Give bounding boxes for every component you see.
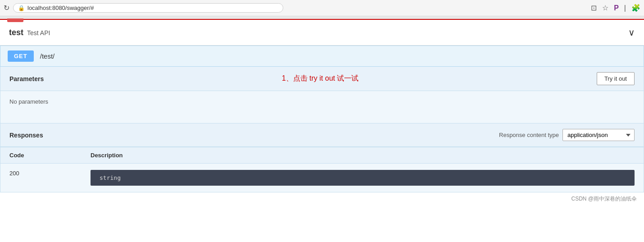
- api-section-header: test Test API ∨: [0, 20, 644, 46]
- reload-icon[interactable]: ↻: [4, 4, 9, 12]
- response-code: 200: [0, 164, 82, 192]
- chevron-down-icon[interactable]: ∨: [628, 27, 635, 38]
- try-it-out-button[interactable]: Try it out: [597, 72, 635, 85]
- browser-chrome: ↻ 🔒 localhost:8080/swagger/# ⊡ ☆ P | 🧩: [0, 0, 644, 16]
- annotation-text: 1、点击 try it out 试一试: [282, 74, 359, 83]
- responses-header-right: Response content type application/json t…: [499, 129, 635, 141]
- responses-title: Responses: [9, 132, 43, 139]
- parameters-title: Parameters: [9, 75, 44, 82]
- url-text: localhost:8080/swagger/#: [27, 5, 94, 11]
- parameters-header: Parameters 1、点击 try it out 试一试 Try it ou…: [0, 67, 644, 91]
- extension-icon-purple[interactable]: P: [614, 4, 619, 12]
- http-method-badge: GET: [8, 50, 34, 62]
- code-table: Code Description 200 string: [0, 147, 644, 192]
- no-parameters-text: No parameters: [0, 91, 644, 123]
- responses-header: Responses Response content type applicat…: [0, 123, 644, 147]
- responses-section: Responses Response content type applicat…: [0, 123, 644, 192]
- lock-icon: 🔒: [18, 5, 25, 11]
- api-name: test: [9, 28, 23, 37]
- endpoint-bar: GET /test/: [0, 46, 644, 67]
- col-header-code: Code: [0, 147, 82, 164]
- translate-icon[interactable]: ⊡: [591, 4, 597, 12]
- extension-icon-bar[interactable]: |: [624, 4, 626, 12]
- response-description: string: [82, 164, 644, 192]
- content-type-select[interactable]: application/json text/plain text/xml: [562, 129, 635, 141]
- extension-icon-puzzle[interactable]: 🧩: [631, 4, 640, 12]
- bookmark-icon[interactable]: ☆: [602, 4, 608, 12]
- table-row: 200 string: [0, 164, 644, 192]
- page-footer: CSDN @雨中深巷的油纸伞: [0, 192, 644, 205]
- endpoint-path: /test/: [40, 52, 55, 60]
- string-badge: string: [91, 170, 635, 186]
- api-section-title: test Test API: [9, 28, 50, 37]
- parameters-section: Parameters 1、点击 try it out 试一试 Try it ou…: [0, 67, 644, 123]
- table-header-row: Code Description: [0, 147, 644, 164]
- footer-text: CSDN @雨中深巷的油纸伞: [571, 196, 637, 202]
- col-header-description: Description: [82, 147, 644, 164]
- api-description: Test API: [27, 29, 50, 37]
- content-type-label: Response content type: [499, 132, 559, 138]
- main-content: test Test API ∨ GET /test/ Parameters 1、…: [0, 20, 644, 192]
- top-accent-bar: [0, 16, 644, 20]
- browser-toolbar: ⊡ ☆ P | 🧩: [591, 4, 640, 12]
- top-tab[interactable]: [7, 18, 23, 22]
- address-bar[interactable]: 🔒 localhost:8080/swagger/#: [13, 3, 283, 13]
